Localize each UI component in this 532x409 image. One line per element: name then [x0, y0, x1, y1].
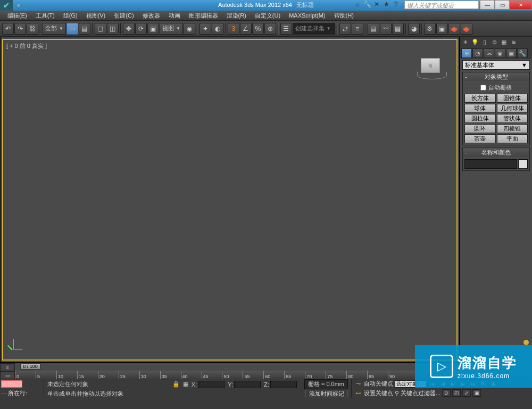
render-prod-icon[interactable]: 🫖: [461, 23, 472, 35]
z-input[interactable]: [270, 381, 297, 388]
expand-handle-icon[interactable]: [523, 340, 529, 345]
viewport[interactable]: [ + 0 前 0 真实 ] 前: [0, 37, 460, 363]
menu-modifiers[interactable]: 修改器: [138, 11, 164, 21]
obj-plane[interactable]: 平面: [497, 134, 528, 143]
app-menu-arrow-icon[interactable]: ▾: [15, 2, 22, 9]
obj-teapot[interactable]: 茶壶: [464, 134, 496, 143]
setkey-button[interactable]: 设置关键点: [364, 389, 393, 397]
redo-icon[interactable]: ↷: [14, 23, 26, 35]
close-button[interactable]: ✕: [510, 0, 532, 10]
mirror-icon[interactable]: ⇄: [339, 23, 351, 35]
object-color-swatch[interactable]: [518, 159, 528, 169]
nav-orbit-icon[interactable]: ⊙: [442, 389, 451, 397]
autokey-button[interactable]: 自动关键点: [364, 380, 393, 388]
pivot-icon[interactable]: ◉: [184, 23, 195, 35]
motion-tab-icon[interactable]: ◉: [495, 48, 505, 58]
app-logo-icon[interactable]: ✔: [0, 0, 13, 11]
object-name-input[interactable]: [464, 159, 517, 169]
favorites-icon[interactable]: ★: [382, 0, 390, 9]
snap-toggle-icon[interactable]: 3: [228, 23, 239, 35]
menu-animation[interactable]: 动画: [164, 11, 185, 21]
modify-tab-icon[interactable]: ◔: [472, 48, 483, 58]
category-dropdown[interactable]: 标准基本体▼: [462, 60, 530, 70]
named-selection-dropdown[interactable]: 创建选择集▼: [293, 23, 335, 35]
menu-tools[interactable]: 工具(T): [31, 11, 59, 21]
link-icon[interactable]: ⛓: [27, 23, 38, 35]
select-object-icon[interactable]: ▭: [66, 23, 78, 35]
percent-snap-icon[interactable]: %: [252, 23, 264, 35]
lock-icon[interactable]: 🔒: [172, 381, 180, 388]
angle-snap-icon[interactable]: ∠: [240, 23, 252, 35]
spinner-snap-icon[interactable]: ⊕: [264, 23, 276, 35]
rollout-header[interactable]: 名称和颜色: [463, 148, 529, 157]
layers-icon[interactable]: ▤: [368, 23, 379, 35]
autogrid-checkbox[interactable]: [480, 85, 486, 91]
utilities-tab-icon[interactable]: 🔧: [517, 48, 528, 58]
keymode-icon[interactable]: ◐: [212, 23, 223, 35]
undo-icon[interactable]: ↶: [2, 23, 14, 35]
nav-dolly-icon[interactable]: ⤢: [462, 389, 471, 397]
menu-rendering[interactable]: 渲染(R): [222, 11, 251, 21]
rect-region-icon[interactable]: ▢: [95, 23, 106, 35]
menu-maxscript[interactable]: MAXScript(M): [285, 11, 329, 21]
obj-box[interactable]: 长方体: [464, 94, 496, 103]
select-name-icon[interactable]: ▤: [79, 23, 90, 35]
menu-group[interactable]: 组(G): [59, 11, 82, 21]
nav-fov-icon[interactable]: ◰: [452, 389, 461, 397]
obj-tube[interactable]: 管状体: [497, 114, 528, 123]
obj-cylinder[interactable]: 圆柱体: [464, 114, 496, 123]
help-icon[interactable]: ?: [392, 0, 400, 9]
menu-customize[interactable]: 自定义(U): [251, 11, 285, 21]
menu-edit[interactable]: 编辑(E): [3, 11, 31, 21]
material-editor-icon[interactable]: ◕: [408, 23, 420, 35]
manipulate-icon[interactable]: ✦: [200, 23, 211, 35]
nav-max-icon[interactable]: ▣: [472, 389, 481, 397]
menu-grapheditors[interactable]: 图形编辑器: [185, 11, 222, 21]
cp-grid-icon[interactable]: ▦: [500, 38, 508, 46]
timeline-toggle-icon[interactable]: ▭: [0, 371, 15, 379]
time-scrub-handle[interactable]: 0 / 100: [20, 363, 40, 370]
rendered-frame-icon[interactable]: ▣: [436, 23, 448, 35]
create-tab-icon[interactable]: ⊕: [461, 48, 472, 58]
y-input[interactable]: [234, 381, 261, 388]
schematic-icon[interactable]: ▦: [392, 23, 404, 35]
keyfilters-icon[interactable]: ⚲: [395, 390, 399, 397]
viewcube[interactable]: 前: [417, 56, 444, 83]
cp-sun-icon[interactable]: ☀: [461, 38, 470, 46]
editnamed-icon[interactable]: ☰: [280, 23, 292, 35]
render-setup-icon[interactable]: ⚙: [424, 23, 436, 35]
isolate-icon[interactable]: ▦: [183, 381, 188, 388]
viewport-label[interactable]: [ + 0 前 0 真实 ]: [6, 42, 47, 50]
scale-icon[interactable]: ▣: [147, 23, 159, 35]
keyfilters-button[interactable]: 关键点过滤器...: [401, 389, 440, 397]
cp-wave-icon[interactable]: ≋: [509, 38, 518, 46]
hierarchy-tab-icon[interactable]: ⫘: [484, 48, 494, 58]
exchange-icon[interactable]: ✕: [372, 0, 381, 9]
subscription-icon[interactable]: 🔧: [363, 0, 371, 9]
move-icon[interactable]: ✥: [123, 23, 135, 35]
cp-cam-icon[interactable]: ▯: [480, 38, 489, 46]
obj-geosphere[interactable]: 几何球体: [497, 104, 528, 113]
rotate-icon[interactable]: ⟳: [135, 23, 147, 35]
key-icon[interactable]: ⊸: [354, 380, 362, 388]
setkey-icon[interactable]: ⊷: [354, 389, 362, 397]
cp-ren-icon[interactable]: ⊚: [490, 38, 498, 46]
script-mini-listener[interactable]: [1, 380, 22, 388]
obj-torus[interactable]: 圆环: [464, 124, 496, 133]
menu-view[interactable]: 视图(V): [82, 11, 110, 21]
infocenter-search-input[interactable]: 键入关键字或短语: [404, 1, 479, 9]
obj-sphere[interactable]: 球体: [464, 104, 496, 113]
search-icon[interactable]: ⌕: [353, 0, 362, 9]
render-icon[interactable]: 🫖: [448, 23, 460, 35]
obj-pyramid[interactable]: 四棱锥: [497, 124, 528, 133]
curve-editor-icon[interactable]: 〰: [380, 23, 392, 35]
refcoord-dropdown[interactable]: 视图▼: [160, 23, 183, 35]
obj-cone[interactable]: 圆锥体: [497, 94, 528, 103]
timeline-config-icon[interactable]: ≡: [0, 363, 15, 371]
align-icon[interactable]: ≡: [352, 23, 363, 35]
display-tab-icon[interactable]: ▣: [506, 48, 517, 58]
selection-filter-dropdown[interactable]: 全部▼: [43, 23, 66, 35]
menu-help[interactable]: 帮助(H): [330, 11, 358, 21]
x-input[interactable]: [198, 381, 225, 388]
cp-bulb-icon[interactable]: 💡: [471, 38, 479, 46]
